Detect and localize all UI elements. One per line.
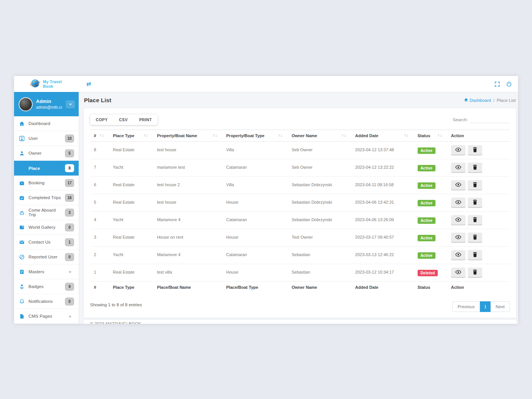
delete-button[interactable] xyxy=(468,180,482,190)
column-header-num[interactable]: #↑↓ xyxy=(90,130,109,142)
sidebar-item-contact-us[interactable]: Contact Us 1 xyxy=(14,235,79,250)
cell-place-type: Real Estate xyxy=(109,264,153,282)
sidebar-item-completed-trips[interactable]: Completed Trips 16 xyxy=(14,190,79,205)
cell-owner: Sebastian Dobrzynski xyxy=(288,212,351,229)
ban-icon xyxy=(19,254,25,260)
cell-num: 3 xyxy=(90,229,109,247)
sidebar-item-label: Reported User xyxy=(28,255,61,259)
view-button[interactable] xyxy=(451,233,466,243)
view-button[interactable] xyxy=(451,180,466,190)
view-button[interactable] xyxy=(451,250,466,260)
user-menu-button[interactable] xyxy=(66,100,75,108)
cell-type: Catamaran xyxy=(222,247,288,264)
briefcase-icon xyxy=(19,180,25,186)
sidebar-item-label: CMS Pages xyxy=(28,314,65,318)
search-input[interactable] xyxy=(470,116,510,123)
delete-button[interactable] xyxy=(468,198,482,208)
column-header-owner[interactable]: Owner Name↑↓ xyxy=(288,130,351,142)
view-button[interactable] xyxy=(451,215,466,225)
cell-place-type: Yacht xyxy=(109,212,153,229)
cell-owner: Sebastian xyxy=(288,264,351,282)
sidebar-item-label: Masters xyxy=(28,269,65,274)
cell-added: 2023-04-12 13:37:48 xyxy=(352,142,414,159)
sidebar-toggle-icon[interactable]: ⇄ xyxy=(86,81,91,87)
sidebar-item-owner[interactable]: Owner 5 xyxy=(14,146,79,161)
bell-icon xyxy=(19,298,25,304)
cell-type: House xyxy=(222,229,288,247)
sidebar-item-reported-user[interactable]: Reported User 0 xyxy=(14,250,79,264)
sidebar-item-cms-pages[interactable]: CMS Pages + xyxy=(14,309,79,324)
trash-icon xyxy=(473,147,477,154)
cell-owner: Test Owner xyxy=(288,229,351,247)
showing-entries: Showing 1 to 8 of 8 entries xyxy=(90,302,142,307)
pagination-page-1[interactable]: 1 xyxy=(480,301,491,312)
view-button[interactable] xyxy=(451,163,466,173)
sidebar-item-masters[interactable]: Masters + xyxy=(14,264,79,279)
sidebar-item-dashboard[interactable]: Dashboard xyxy=(14,116,79,131)
sort-icon: ↑↓ xyxy=(99,134,104,138)
sidebar-item-world-gallery[interactable]: World Gallery 0 xyxy=(14,220,79,235)
breadcrumb-separator: / xyxy=(493,98,494,103)
delete-button[interactable] xyxy=(468,145,482,155)
cell-added: 2023-03-13 12:46:22 xyxy=(352,247,414,264)
sidebar-item-notifications[interactable]: Notifications 0 xyxy=(14,294,79,309)
trash-icon xyxy=(473,269,477,276)
delete-button[interactable] xyxy=(468,268,482,278)
column-header-status[interactable]: Status↑↓ xyxy=(414,130,447,142)
sidebar-item-badges[interactable]: Badges 9 xyxy=(14,279,79,294)
table-row: 4 Yacht Mariamore 4 Catamaran Sebastian … xyxy=(90,212,510,229)
cell-owner: Sebastian xyxy=(288,247,351,264)
cell-name: test house 2 xyxy=(153,177,222,194)
table-row: 1 Real Estate test villa House Sebastian… xyxy=(90,264,510,282)
delete-button[interactable] xyxy=(468,215,482,225)
cell-place-type: Real Estate xyxy=(109,194,153,212)
column-header-property-type[interactable]: Property/Boat Type↑↓ xyxy=(222,130,288,142)
trash-icon xyxy=(473,182,477,188)
expand-plus-icon: + xyxy=(68,314,74,319)
csv-button[interactable]: CSV xyxy=(113,114,133,125)
place-icon xyxy=(19,165,25,171)
column-header-added-date[interactable]: Added Date↑↓ xyxy=(352,130,414,142)
sidebar-item-come-aboard-trip[interactable]: Come Aboard Trip 3 xyxy=(14,205,79,220)
delete-button[interactable] xyxy=(468,233,482,243)
cell-name: House on rent xyxy=(153,229,222,247)
view-button[interactable] xyxy=(451,145,466,155)
pagination-next[interactable]: Next xyxy=(491,301,510,312)
breadcrumb-current: Place List xyxy=(497,98,516,103)
cell-name: mariamore test xyxy=(153,159,222,177)
view-button[interactable] xyxy=(451,268,466,278)
chevron-down-icon xyxy=(68,101,73,108)
column-header-place-type[interactable]: Place Type↑↓ xyxy=(109,130,153,142)
breadcrumb-dashboard-link[interactable]: Dashboard xyxy=(464,98,491,103)
delete-button[interactable] xyxy=(468,250,482,260)
sidebar-item-label: User xyxy=(28,136,61,141)
avatar xyxy=(19,97,33,111)
cell-num: 5 xyxy=(90,194,109,212)
power-icon[interactable] xyxy=(506,81,512,87)
sidebar-item-place[interactable]: Place 8 xyxy=(14,161,79,176)
cell-added: 2023-03-12 10:34:17 xyxy=(352,264,414,282)
print-button[interactable]: PRINT xyxy=(133,114,158,125)
cell-num: 7 xyxy=(90,159,109,177)
footer-num: # xyxy=(90,282,109,293)
mail-icon xyxy=(19,239,25,245)
copy-button[interactable]: COPY xyxy=(90,114,113,125)
delete-button[interactable] xyxy=(468,163,482,173)
count-badge: 0 xyxy=(65,253,74,261)
fullscreen-icon[interactable] xyxy=(494,81,500,87)
sidebar-item-user[interactable]: User 10 xyxy=(14,131,79,146)
view-button[interactable] xyxy=(451,198,466,208)
status-badge: Active xyxy=(418,200,435,206)
cell-name: Mariamore 4 xyxy=(153,212,222,229)
place-list-card: COPY CSV PRINT Search: xyxy=(84,108,516,318)
pagination-previous[interactable]: Previous xyxy=(452,301,480,312)
footer-place-type: Place Type xyxy=(109,282,153,293)
sidebar-item-label: Come Aboard Trip xyxy=(28,208,61,217)
eye-icon xyxy=(455,182,461,188)
count-badge: 17 xyxy=(65,179,74,187)
cell-type: Catamaran xyxy=(222,212,288,229)
sidebar-item-booking[interactable]: Booking 17 xyxy=(14,176,79,190)
column-header-property-name[interactable]: Property/Boat Name↑↓ xyxy=(153,130,222,142)
footer-owner: Owner Name xyxy=(288,282,351,293)
cell-place-type: Real Estate xyxy=(109,142,153,159)
